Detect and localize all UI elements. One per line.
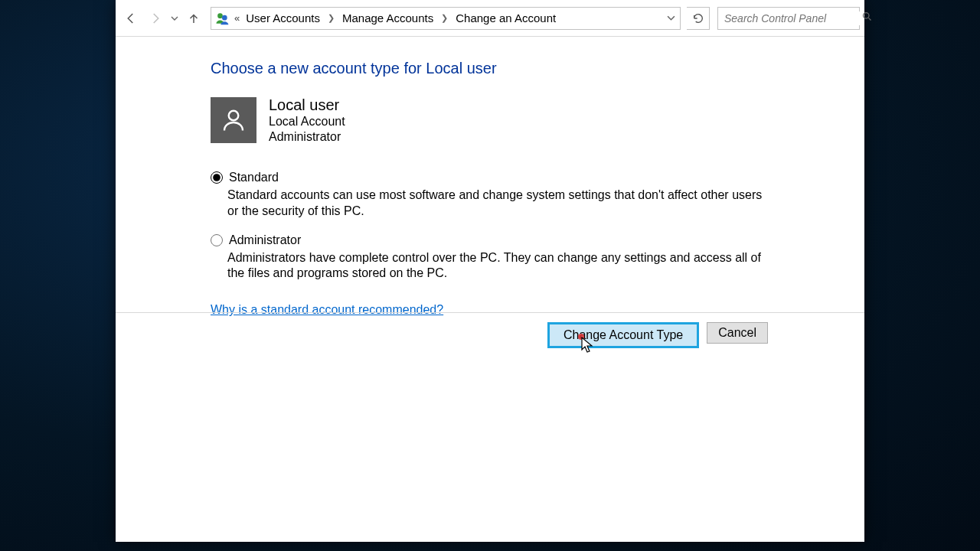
user-accounts-icon <box>214 11 230 26</box>
toolbar: « User Accounts ❯ Manage Accounts ❯ Chan… <box>116 0 864 37</box>
page-title: Choose a new account type for Local user <box>211 60 834 77</box>
address-dropdown[interactable] <box>662 8 680 29</box>
recent-locations-dropdown[interactable] <box>169 15 180 22</box>
svg-point-3 <box>229 111 239 121</box>
search-box[interactable] <box>717 7 860 30</box>
option-standard-label: Standard <box>229 171 279 184</box>
refresh-button[interactable] <box>687 7 710 30</box>
option-administrator-label: Administrator <box>229 233 301 247</box>
breadcrumb-change-account[interactable]: Change an Account <box>452 10 559 26</box>
chevron-right-icon[interactable]: ❯ <box>325 13 338 23</box>
forward-button[interactable] <box>145 8 166 29</box>
user-summary: Local user Local Account Administrator <box>211 96 834 145</box>
up-button[interactable] <box>183 8 204 29</box>
svg-point-1 <box>222 15 227 20</box>
breadcrumb-manage-accounts[interactable]: Manage Accounts <box>339 10 436 26</box>
chevron-right-icon[interactable]: ❯ <box>438 13 451 23</box>
radio-administrator[interactable] <box>211 234 223 246</box>
control-panel-window: « User Accounts ❯ Manage Accounts ❯ Chan… <box>116 0 864 542</box>
back-button[interactable] <box>120 8 142 29</box>
user-account-type: Local Account <box>269 114 345 129</box>
user-role: Administrator <box>269 129 345 145</box>
option-administrator-desc: Administrators have complete control ove… <box>227 250 771 282</box>
search-icon[interactable] <box>861 11 873 25</box>
user-name: Local user <box>269 96 345 114</box>
breadcrumb-user-accounts[interactable]: User Accounts <box>243 10 323 26</box>
content-area: Choose a new account type for Local user… <box>116 37 864 317</box>
button-row: Change Account Type Cancel <box>116 312 864 357</box>
radio-standard[interactable] <box>211 171 223 184</box>
option-standard: Standard Standard accounts can use most … <box>211 171 834 220</box>
avatar <box>211 97 256 143</box>
option-administrator: Administrator Administrators have comple… <box>211 233 834 282</box>
breadcrumb-root-chevrons: « <box>233 12 241 24</box>
user-meta: Local user Local Account Administrator <box>269 96 345 145</box>
svg-point-0 <box>217 13 223 18</box>
cancel-button[interactable]: Cancel <box>707 322 768 344</box>
option-standard-desc: Standard accounts can use most software … <box>227 187 771 220</box>
change-account-type-button[interactable]: Change Account Type <box>547 322 699 348</box>
svg-point-2 <box>864 13 870 19</box>
address-bar[interactable]: « User Accounts ❯ Manage Accounts ❯ Chan… <box>211 7 681 30</box>
search-input[interactable] <box>723 11 861 25</box>
